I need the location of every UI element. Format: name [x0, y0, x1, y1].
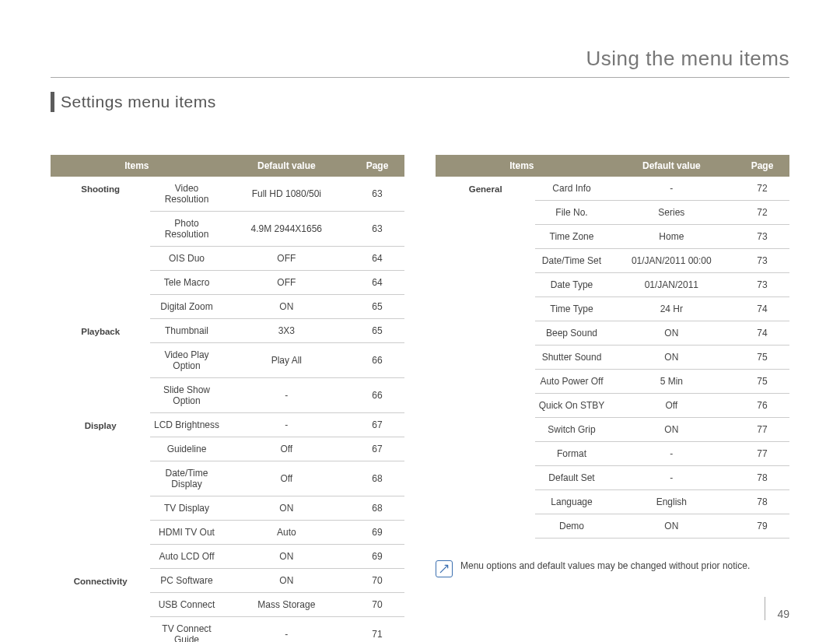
category-cell	[436, 418, 535, 442]
page-cell: 74	[735, 321, 789, 346]
table-row: Date/Time DisplayOff68	[51, 461, 404, 496]
table-row: TV DisplayON68	[51, 496, 404, 521]
category-cell	[51, 593, 150, 617]
default-cell: 5 Min	[608, 370, 735, 394]
page-cell: 69	[350, 545, 404, 569]
item-cell: USB Connect	[150, 593, 222, 617]
item-cell: Tele Macro	[150, 271, 222, 295]
item-cell: Time Type	[535, 297, 607, 321]
item-cell: Quick On STBY	[535, 394, 607, 418]
item-cell: Video Play Option	[150, 343, 222, 378]
default-cell: -	[223, 378, 350, 413]
table-row: LanguageEnglish78	[436, 490, 789, 514]
category-cell: Playback	[51, 319, 150, 343]
table-row: DisplayLCD Brightness-67	[51, 413, 404, 437]
page-cell: 72	[735, 201, 789, 225]
item-cell: Date/Time Display	[150, 461, 222, 496]
item-cell: Switch Grip	[535, 418, 607, 442]
category-cell	[436, 297, 535, 321]
category-cell	[436, 466, 535, 490]
item-cell: Slide Show Option	[150, 378, 222, 413]
default-cell: 01/JAN/2011 00:00	[608, 249, 735, 273]
notice-icon	[436, 560, 453, 577]
page-number: 49	[765, 597, 789, 620]
table-body-right: GeneralCard Info-72File No.Series72Time …	[436, 177, 789, 539]
page-cell: 73	[735, 225, 789, 249]
category-cell	[51, 617, 150, 643]
default-cell: Play All	[223, 343, 350, 378]
page-cell: 77	[735, 442, 789, 466]
table-row: Video Play OptionPlay All66	[51, 343, 404, 378]
table-header-row: Items Default value Page	[436, 155, 789, 177]
page-cell: 75	[735, 370, 789, 394]
page-cell: 75	[735, 346, 789, 370]
category-cell	[436, 346, 535, 370]
default-cell: 24 Hr	[608, 297, 735, 321]
page-cell: 63	[350, 212, 404, 247]
category-cell	[436, 442, 535, 466]
header-page: Page	[350, 155, 404, 177]
default-cell: ON	[608, 514, 735, 539]
page-cell: 66	[350, 343, 404, 378]
default-cell: Mass Storage	[223, 593, 350, 617]
item-cell: Shutter Sound	[535, 346, 607, 370]
tables-container: Items Default value Page ShootingVideo R…	[51, 155, 789, 642]
default-cell: -	[608, 466, 735, 490]
category-cell	[51, 295, 150, 319]
settings-table-right: Items Default value Page GeneralCard Inf…	[436, 155, 789, 539]
notice-text: Menu options and default values may be c…	[460, 560, 750, 571]
table-header-row: Items Default value Page	[51, 155, 404, 177]
item-cell: Date Type	[535, 273, 607, 297]
item-cell: Digital Zoom	[150, 295, 222, 319]
item-cell: Language	[535, 490, 607, 514]
table-row: Tele MacroOFF64	[51, 271, 404, 295]
title-rule	[51, 77, 789, 78]
table-row: GeneralCard Info-72	[436, 177, 789, 201]
item-cell: TV Connect Guide	[150, 617, 222, 643]
default-cell: ON	[223, 569, 350, 593]
table-row: Auto Power Off5 Min75	[436, 370, 789, 394]
default-cell: OFF	[223, 271, 350, 295]
default-cell: Series	[608, 201, 735, 225]
table-row: OIS DuoOFF64	[51, 247, 404, 271]
table-row: Format-77	[436, 442, 789, 466]
page-cell: 77	[735, 418, 789, 442]
page-cell: 67	[350, 437, 404, 461]
item-cell: HDMI TV Out	[150, 521, 222, 545]
table-row: Date/Time Set01/JAN/2011 00:0073	[436, 249, 789, 273]
default-cell: Off	[223, 437, 350, 461]
page-cell: 78	[735, 466, 789, 490]
item-cell: LCD Brightness	[150, 413, 222, 437]
settings-table-left: Items Default value Page ShootingVideo R…	[51, 155, 404, 642]
item-cell: Thumbnail	[150, 319, 222, 343]
item-cell: TV Display	[150, 496, 222, 521]
page-cell: 73	[735, 249, 789, 273]
category-cell	[51, 521, 150, 545]
table-row: File No.Series72	[436, 201, 789, 225]
page-cell: 67	[350, 413, 404, 437]
page-cell: 73	[735, 273, 789, 297]
section-title: Settings menu items	[61, 93, 216, 111]
category-cell	[436, 249, 535, 273]
category-cell	[436, 370, 535, 394]
category-cell	[436, 201, 535, 225]
table-row: Slide Show Option-66	[51, 378, 404, 413]
item-cell: OIS Duo	[150, 247, 222, 271]
default-cell: ON	[608, 346, 735, 370]
page-cell: 64	[350, 271, 404, 295]
page-cell: 76	[735, 394, 789, 418]
section-header: Settings menu items	[51, 92, 789, 112]
page-cell: 68	[350, 461, 404, 496]
category-cell	[436, 514, 535, 539]
table-row: Shutter SoundON75	[436, 346, 789, 370]
default-cell: English	[608, 490, 735, 514]
header-items: Items	[436, 155, 608, 177]
default-cell: Full HD 1080/50i	[223, 177, 350, 212]
item-cell: Time Zone	[535, 225, 607, 249]
item-cell: Default Set	[535, 466, 607, 490]
default-cell: ON	[223, 496, 350, 521]
category-cell	[51, 343, 150, 378]
item-cell: Auto Power Off	[535, 370, 607, 394]
table-row: Switch GripON77	[436, 418, 789, 442]
default-cell: ON	[608, 418, 735, 442]
